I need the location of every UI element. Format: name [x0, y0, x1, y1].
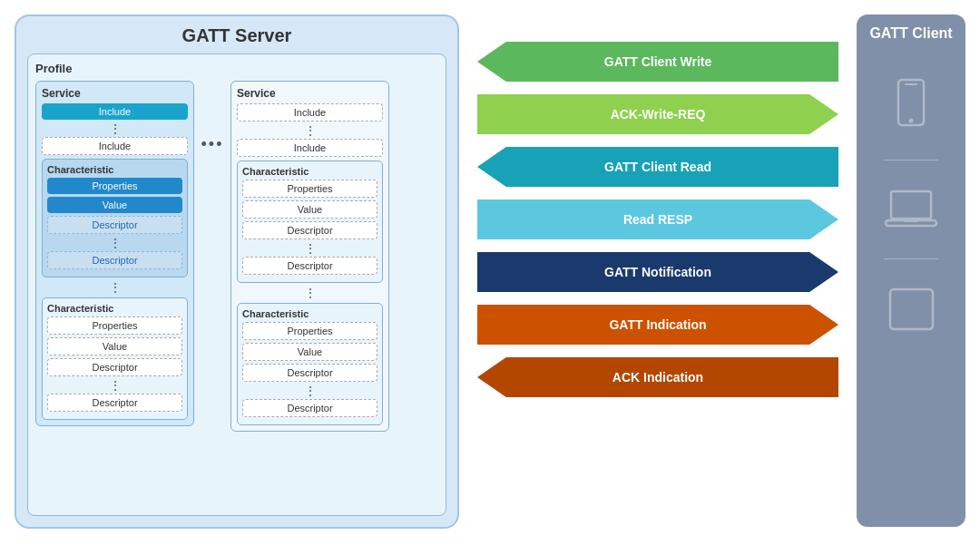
dots-1: ⋮	[42, 122, 188, 135]
gatt-client-title: GATT Client	[869, 25, 952, 42]
value-1: Value	[47, 197, 182, 213]
dots-r3: ⋮	[237, 287, 383, 299]
arrow-ack-write-req: ACK-Write-REQ	[477, 94, 838, 134]
phone-icon	[893, 78, 929, 132]
include-active: Include	[42, 103, 188, 120]
service-box-right: Service Include ⋮ Include Characteristic…	[230, 81, 389, 432]
arrow-gatt-notification: GATT Notification	[477, 252, 838, 292]
svg-rect-8	[894, 293, 929, 326]
char-label-1: Characteristic	[47, 164, 182, 175]
arrow-ack-indication: ACK Indication	[477, 357, 838, 397]
arrow-row-read-resp: Read RESP	[477, 200, 838, 239]
descriptor-2: Descriptor	[47, 251, 182, 269]
arrow-label-gatt-client-read: GATT Client Read	[604, 160, 711, 174]
laptop-icon	[884, 188, 938, 231]
char-box-left-1: Characteristic Properties Value Descript…	[42, 159, 188, 277]
arrow-gatt-client-read: GATT Client Read	[477, 147, 838, 187]
properties-2: Properties	[47, 316, 182, 335]
descriptor-4: Descriptor	[47, 394, 182, 412]
svg-point-2	[909, 119, 914, 123]
value-r1: Value	[242, 200, 377, 219]
dots-r4: ⋮	[242, 384, 377, 397]
gatt-server-title: GATT Server	[27, 25, 446, 46]
tablet-device-icon	[887, 287, 936, 332]
descriptor-r1: Descriptor	[242, 221, 377, 239]
char-box-right-1: Characteristic Properties Value Descript…	[237, 161, 383, 283]
service-left-label: Service	[42, 87, 188, 100]
include-passive: Include	[42, 137, 188, 155]
arrow-gatt-client-write: GATT Client Write	[477, 42, 838, 82]
dots-2: ⋮	[47, 237, 182, 249]
laptop-device-icon	[884, 188, 938, 231]
svg-rect-6	[904, 220, 918, 222]
profile-label: Profile	[35, 62, 438, 75]
arrow-row-gatt-client-write: GATT Client Write	[477, 42, 838, 82]
arrow-label-gatt-notification: GATT Notification	[604, 265, 711, 279]
char-label-2: Characteristic	[47, 303, 182, 314]
arrow-row-ack-write-req: ACK-Write-REQ	[477, 94, 838, 134]
arrow-label-gatt-indication: GATT Indication	[609, 317, 706, 332]
arrow-read-resp: Read RESP	[477, 200, 838, 239]
include-right-2: Include	[237, 139, 383, 157]
arrow-row-gatt-client-read: GATT Client Read	[477, 147, 838, 187]
profile-box: Profile Service Include ⋮ Include Charac…	[27, 54, 446, 516]
arrow-row-ack-indication: ACK Indication	[477, 357, 838, 397]
properties-r1: Properties	[242, 180, 377, 198]
descriptor-3: Descriptor	[47, 358, 182, 376]
service-right-label: Service	[237, 87, 383, 100]
service-ellipsis: •••	[201, 81, 223, 154]
arrow-label-ack-write-req: ACK-Write-REQ	[611, 107, 706, 122]
char-label-r2: Characteristic	[242, 308, 377, 319]
char-box-left-2: Characteristic Properties Value Descript…	[42, 297, 188, 420]
descriptor-r3: Descriptor	[242, 364, 377, 382]
arrow-row-gatt-notification: GATT Notification	[477, 252, 838, 292]
tablet-icon	[887, 287, 936, 332]
dots-3: ⋮	[42, 281, 188, 294]
char-box-right-2: Characteristic Properties Value Descript…	[237, 303, 383, 425]
include-right-1: Include	[237, 103, 383, 122]
char-label-r1: Characteristic	[242, 166, 377, 177]
phone-device-icon	[893, 78, 929, 132]
properties-r2: Properties	[242, 322, 377, 340]
divider-2	[884, 258, 938, 259]
arrows-section: GATT Client Write ACK-Write-REQ GATT Cli…	[468, 15, 848, 397]
descriptor-r4: Descriptor	[242, 399, 377, 417]
dots-r2: ⋮	[242, 242, 377, 255]
value-2: Value	[47, 337, 182, 355]
gatt-client-panel: GATT Client	[857, 15, 965, 527]
dots-4: ⋮	[47, 379, 182, 392]
arrow-label-gatt-client-write: GATT Client Write	[604, 54, 711, 69]
service-box-left: Service Include ⋮ Include Characteristic…	[35, 81, 194, 426]
dots-r1: ⋮	[237, 124, 383, 137]
arrow-label-ack-indication: ACK Indication	[612, 370, 703, 384]
divider-1	[884, 160, 938, 161]
gatt-server-panel: GATT Server Profile Service Include ⋮ In…	[15, 15, 459, 529]
descriptor-1: Descriptor	[47, 216, 182, 234]
svg-rect-4	[893, 193, 929, 217]
value-r2: Value	[242, 343, 377, 361]
properties-1: Properties	[47, 178, 182, 194]
arrow-label-read-resp: Read RESP	[623, 212, 692, 227]
arrow-gatt-indication: GATT Indication	[477, 305, 838, 345]
descriptor-r2: Descriptor	[242, 257, 377, 275]
arrow-row-gatt-indication: GATT Indication	[477, 305, 838, 345]
